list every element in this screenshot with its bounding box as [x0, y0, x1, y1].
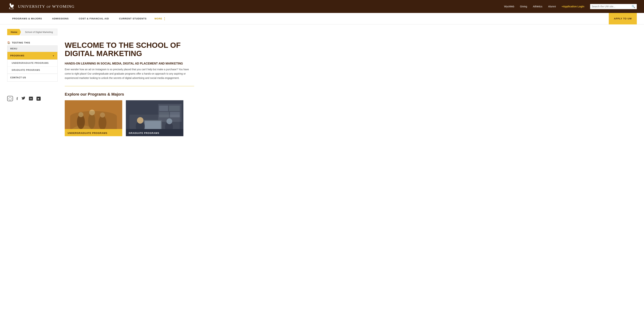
- facebook-icon[interactable]: f: [16, 96, 18, 101]
- contact-sidebar-link[interactable]: CONTACT US: [7, 74, 57, 81]
- athletics-link[interactable]: Athletics: [533, 5, 542, 8]
- youtube-icon[interactable]: ▶: [36, 97, 41, 101]
- grad-card[interactable]: GRADUATE PROGRAMS: [126, 100, 184, 136]
- svg-rect-13: [159, 106, 168, 111]
- chevron-down-icon: ▼: [52, 55, 54, 57]
- page-title: WELCOME TO THE SCHOOL OF DIGITAL MARKETI…: [65, 41, 262, 58]
- logo-area[interactable]: University of Wyoming: [7, 2, 74, 11]
- testing-label: TESTING THIS: [12, 41, 30, 44]
- twitter-icon[interactable]: [22, 96, 25, 101]
- svg-point-7: [89, 110, 95, 115]
- svg-rect-16: [170, 112, 180, 117]
- svg-rect-15: [159, 112, 169, 117]
- uw-logo-icon: [7, 2, 16, 11]
- title-line1: WELCOME TO THE SCHOOL OF: [65, 41, 181, 49]
- svg-point-8: [98, 116, 106, 130]
- cost-financial-link[interactable]: COST & FINANCIAL AID: [74, 13, 114, 24]
- svg-point-9: [100, 112, 105, 117]
- svg-rect-14: [169, 106, 180, 111]
- programs-sidebar-link[interactable]: PROGRAMS ▼: [7, 52, 57, 59]
- grad-sidebar-link[interactable]: GRADUATE PROGRAMS: [7, 67, 57, 74]
- undergrad-sidebar-link[interactable]: UNDERGRADUATE PROGRAMS: [7, 60, 57, 67]
- programs-sidebar-item[interactable]: PROGRAMS ▼: [7, 52, 58, 60]
- sidebar-menu-label: MENU: [7, 45, 58, 52]
- section-subtitle: HANDS-ON LEARNING IN SOCIAL MEDIA, DIGIT…: [65, 62, 262, 65]
- more-dots-icon: ⋮: [163, 17, 166, 21]
- breadcrumb: Home School of Digital Marketing: [0, 24, 644, 35]
- current-students-link[interactable]: CURRENT STUDENTS: [114, 13, 152, 24]
- sidebar-contact: CONTACT US: [7, 74, 58, 82]
- main-nav: PROGRAMS & MAJORS ADMISSIONS COST & FINA…: [0, 13, 644, 24]
- sidebar-home-link[interactable]: 🏠 TESTING THIS: [7, 41, 58, 44]
- admissions-link[interactable]: ADMISSIONS: [47, 13, 74, 24]
- svg-rect-18: [145, 121, 161, 130]
- search-bar: 🔍: [590, 4, 637, 9]
- apply-button[interactable]: APPLY TO UW: [609, 13, 637, 24]
- main-content: WELCOME TO THE SCHOOL OF DIGITAL MARKETI…: [65, 41, 262, 136]
- giving-link[interactable]: Giving: [520, 5, 527, 8]
- linkedin-icon[interactable]: in: [29, 97, 33, 100]
- breadcrumb-home-link[interactable]: Home: [7, 29, 21, 35]
- sidebar: Subfolder → Pages contained within the s…: [7, 41, 58, 136]
- svg-point-6: [88, 113, 95, 129]
- social-bar: ◯ f in ▶: [7, 92, 58, 105]
- svg-point-4: [77, 115, 85, 129]
- cards-row: UNDERGRADUATE PROGRAMS: [65, 100, 262, 136]
- top-bar: University of Wyoming WyoWeb Giving Athl…: [0, 0, 644, 13]
- programs-label: PROGRAMS: [10, 54, 24, 57]
- more-button[interactable]: MORE ⋮: [152, 13, 169, 24]
- title-line2: DIGITAL MARKETING: [65, 49, 142, 58]
- search-button[interactable]: 🔍: [632, 5, 635, 8]
- search-input[interactable]: [592, 5, 632, 8]
- undergrad-card[interactable]: UNDERGRADUATE PROGRAMS: [65, 100, 122, 136]
- instagram-icon[interactable]: ◯: [7, 96, 13, 101]
- section-body: Ever wonder how an ad on Instagram is so…: [65, 67, 194, 80]
- wyoweb-link[interactable]: WyoWeb: [504, 5, 514, 8]
- breadcrumb-current: School of Digital Marketing: [20, 29, 57, 35]
- svg-point-5: [78, 112, 84, 117]
- more-label: MORE: [154, 17, 162, 20]
- programs-majors-link[interactable]: PROGRAMS & MAJORS: [7, 13, 47, 24]
- undergrad-card-label: UNDERGRADUATE PROGRAMS: [65, 130, 122, 136]
- explore-title: Explore our Programs & Majors: [65, 92, 262, 97]
- alumni-link[interactable]: Alumni: [548, 5, 556, 8]
- logo-text: University of Wyoming: [18, 4, 74, 9]
- svg-point-1: [10, 3, 11, 4]
- svg-point-22: [166, 118, 172, 124]
- app-login-link[interactable]: +Application Login: [562, 5, 584, 8]
- svg-point-20: [137, 117, 144, 124]
- home-icon: 🏠: [7, 41, 10, 44]
- top-nav: WyoWeb Giving Athletics Alumni +Applicat…: [504, 4, 637, 9]
- sidebar-sub: UNDERGRADUATE PROGRAMS GRADUATE PROGRAMS: [7, 60, 58, 74]
- grad-card-label: GRADUATE PROGRAMS: [126, 130, 184, 136]
- page-layout: Subfolder → Pages contained within the s…: [0, 35, 270, 142]
